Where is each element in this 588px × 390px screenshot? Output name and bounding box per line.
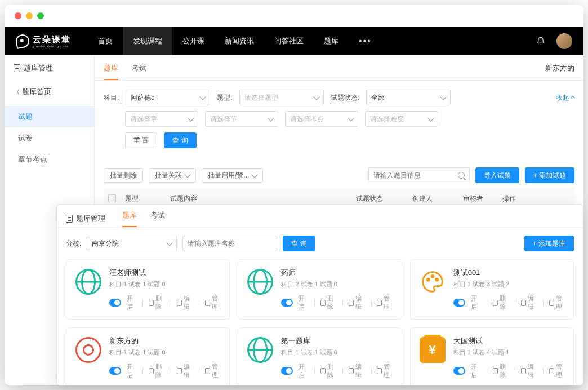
window-controls (15, 12, 44, 19)
card-delete[interactable]: 删除 (149, 294, 165, 311)
document-icon (66, 215, 73, 223)
bell-icon[interactable] (536, 37, 545, 46)
grid-icon (205, 368, 210, 374)
trash-icon (320, 368, 326, 374)
edit-icon (177, 300, 182, 306)
enable-toggle[interactable] (453, 299, 465, 307)
w2-query-button[interactable]: 查 询 (283, 236, 315, 251)
nav-more[interactable]: ••• (349, 36, 382, 46)
tab-bank[interactable]: 题库 (104, 63, 118, 80)
nav-item-4[interactable]: 问答社区 (264, 27, 314, 55)
bank-card[interactable]: 第一题库 科目 1 试卷 1 试题 0 开启 删除 编辑 管理 (238, 327, 402, 385)
chapter-select[interactable]: 请选择章 (125, 111, 198, 127)
card-delete[interactable]: 删除 (320, 362, 337, 379)
w2-tab-bank[interactable]: 题库 (122, 210, 137, 227)
card-meta: 科目 1 试卷 1 试题 0 (281, 348, 393, 357)
minimize-window[interactable] (26, 12, 33, 19)
card-delete[interactable]: 删除 (320, 294, 337, 311)
reset-button[interactable]: 重 置 (125, 132, 157, 148)
card-edit[interactable]: 编辑 (349, 362, 365, 379)
org-name: 新东方的 (545, 63, 574, 73)
nav-item-2[interactable]: 公开课 (172, 27, 215, 55)
import-button[interactable]: 导入试题 (475, 167, 519, 183)
edit-icon (349, 300, 354, 306)
type-select[interactable]: 请选择题型 (239, 90, 324, 105)
close-window[interactable] (15, 12, 21, 19)
svg-point-1 (431, 276, 434, 278)
card-title: 第一题库 (281, 336, 393, 346)
edit-icon (521, 368, 526, 374)
sidebar-back[interactable]: 〈 题库首页 (5, 81, 94, 103)
palette-icon (420, 269, 446, 295)
logo-text: 云朵课堂 (33, 35, 71, 43)
logo[interactable]: 云朵课堂 yunduoketang.com (16, 34, 71, 48)
batch-link-button[interactable]: 批量关联 (149, 168, 196, 183)
nav-item-1[interactable]: 发现课程 (123, 27, 172, 55)
tab-exam[interactable]: 考试 (132, 63, 146, 80)
enable-toggle[interactable] (453, 367, 465, 375)
card-delete[interactable]: 删除 (493, 362, 509, 379)
search-icon (458, 172, 465, 179)
w2-tab-exam[interactable]: 考试 (150, 210, 165, 227)
card-edit[interactable]: 编辑 (521, 362, 537, 379)
enable-toggle[interactable] (281, 299, 293, 307)
card-edit[interactable]: 编辑 (521, 294, 537, 311)
user-avatar[interactable] (556, 33, 572, 49)
card-manage[interactable]: 管理 (377, 294, 393, 311)
card-manage[interactable]: 管理 (377, 362, 393, 379)
sidebar-item-2[interactable]: 章节考点 (5, 149, 94, 170)
bank-card[interactable]: ¥ 大国测试 科目 1 试卷 4 试题 1 开启 删除 编辑 管理 (410, 327, 574, 385)
card-title: 新东方的 (109, 336, 221, 346)
subject-select[interactable]: 阿萨德c (126, 90, 210, 105)
chevron-down-icon (427, 115, 434, 121)
status-select[interactable]: 全部 (366, 90, 451, 105)
sidebar-item-0[interactable]: 试题 (5, 106, 94, 127)
bank-card[interactable]: 测试001 科目 1 试卷 3 试题 2 开启 删除 编辑 管理 (410, 259, 574, 320)
nav-item-5[interactable]: 题库 (314, 27, 349, 55)
query-button[interactable]: 查 询 (164, 132, 196, 148)
difficulty-select[interactable]: 请选择难度 (365, 111, 438, 127)
card-edit[interactable]: 编辑 (177, 294, 193, 311)
batch-delete-button[interactable]: 批量删除 (104, 168, 143, 183)
card-edit[interactable]: 编辑 (177, 362, 193, 379)
card-manage[interactable]: 管理 (549, 294, 565, 311)
sidebar-item-1[interactable]: 试卷 (5, 127, 94, 149)
bank-card[interactable]: 药师 科目 2 试卷 1 试题 0 开启 删除 编辑 管理 (238, 259, 402, 320)
card-meta: 科目 1 试卷 1 试题 0 (109, 348, 221, 357)
nav-item-0[interactable]: 首页 (88, 27, 123, 55)
batch-enable-button[interactable]: 批量启用/禁... (202, 168, 263, 183)
maximize-window[interactable] (37, 12, 44, 19)
card-manage[interactable]: 管理 (205, 294, 221, 311)
edit-icon (177, 368, 182, 374)
card-manage[interactable]: 管理 (205, 362, 221, 379)
search-input[interactable] (373, 171, 458, 179)
toggle-label: 开启 (471, 294, 481, 311)
nav-item-3[interactable]: 新闻资讯 (215, 27, 264, 55)
enable-toggle[interactable] (109, 299, 121, 307)
trash-icon (149, 300, 154, 306)
section-select[interactable]: 请选择节 (205, 111, 278, 127)
w2-title: 题库管理 (66, 214, 105, 224)
point-select[interactable]: 请选择考点 (285, 111, 358, 127)
card-delete[interactable]: 删除 (493, 294, 509, 311)
card-edit[interactable]: 编辑 (349, 294, 365, 311)
bank-card[interactable]: 新东方的 科目 1 试卷 1 试题 0 开启 删除 编辑 管理 (66, 327, 230, 385)
chevron-down-icon (348, 115, 354, 121)
grid-icon (377, 300, 382, 306)
globe-icon (75, 269, 101, 295)
document-icon (14, 64, 20, 72)
bank-card[interactable]: 汪老师测试 科目 1 试卷 1 试题 0 开启 删除 编辑 管理 (66, 259, 230, 320)
collapse-filters[interactable]: 收起 (556, 93, 574, 103)
search-box[interactable] (368, 167, 470, 183)
chevron-down-icon (268, 115, 274, 121)
card-manage[interactable]: 管理 (549, 362, 565, 379)
bank-name-input[interactable] (182, 236, 277, 251)
enable-toggle[interactable] (281, 367, 293, 375)
add-bank-button[interactable]: + 添加题库 (524, 236, 574, 251)
branch-select[interactable]: 南京分院 (87, 236, 177, 251)
card-meta: 科目 1 试卷 4 试题 1 (453, 348, 565, 357)
card-delete[interactable]: 删除 (149, 362, 165, 379)
select-all-checkbox[interactable] (108, 194, 116, 202)
enable-toggle[interactable] (109, 367, 121, 375)
add-question-button[interactable]: + 添加试题 (525, 167, 574, 183)
